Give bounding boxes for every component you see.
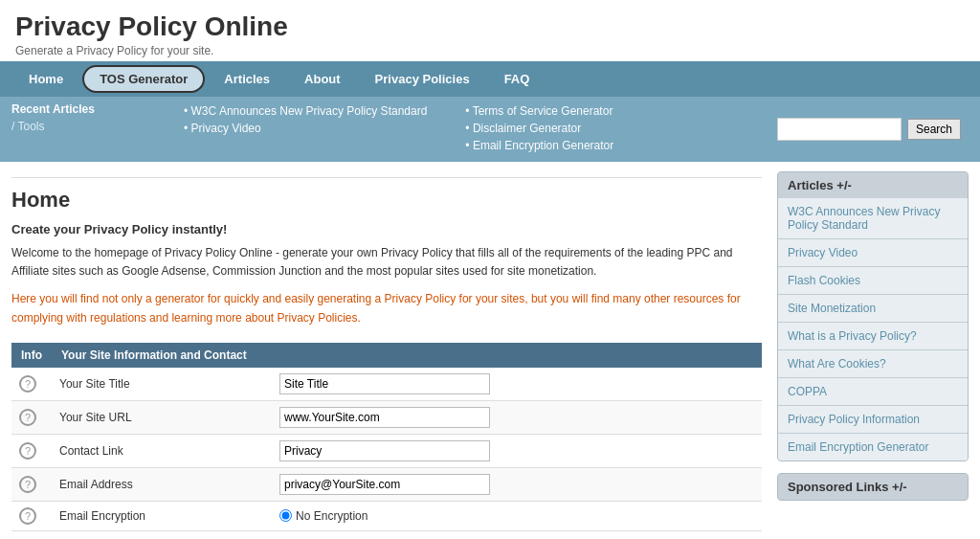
search-input[interactable] [777,118,902,141]
site-url-input[interactable] [279,407,490,428]
main-content: Home Create your Privacy Policy instantl… [11,171,762,531]
info-icon-site-url[interactable]: ? [19,409,36,426]
dropdown-bar: Recent Articles / Tools W3C Announces Ne… [0,97,980,162]
recent-articles-label: Recent Articles [11,102,184,116]
site-tagline: Generate a Privacy Policy for your site. [15,44,965,57]
content-para1: Welcome to the homepage of Privacy Polic… [11,244,762,281]
sidebar-link-email-enc-gen[interactable]: Email Encryption Generator [778,434,968,460]
dropdown-col1: W3C Announces New Privacy Policy Standar… [184,104,427,156]
nav-item-about[interactable]: About [287,61,358,97]
dropdown-col2: Terms of Service Generator Disclaimer Ge… [465,104,613,156]
nav-item-privacy-policies[interactable]: Privacy Policies [358,61,487,97]
dropdown-link-email-enc[interactable]: Email Encryption Generator [465,139,613,152]
nav-item-faq[interactable]: FAQ [487,61,547,97]
info-icon-email[interactable]: ? [19,476,36,493]
dropdown-link-privacy-video[interactable]: Privacy Video [184,122,427,135]
table-row: ? Your Site URL [11,400,762,434]
page-title: Home [11,188,762,213]
site-title-label: Your Site Title [52,368,272,401]
articles-header: Articles +/- [778,172,968,198]
contact-link-label: Contact Link [52,434,272,467]
sponsored-header: Sponsored Links +/- [778,474,968,500]
sidebar-link-what-is-privacy[interactable]: What is a Privacy Policy? [778,323,968,350]
no-encryption-radio[interactable] [279,509,292,522]
contact-link-input[interactable] [279,440,490,461]
table-row: ? Email Encryption No Encryption [11,501,762,530]
sponsored-section: Sponsored Links +/- [777,473,969,501]
sidebar: Articles +/- W3C Announces New Privacy P… [777,171,969,531]
articles-section: Articles +/- W3C Announces New Privacy P… [777,171,969,461]
search-area: Search [777,102,969,156]
site-title-input[interactable] [279,373,490,394]
sidebar-link-privacy-info[interactable]: Privacy Policy Information [778,406,968,434]
site-info-form: Info Your Site Information and Contact ?… [11,343,762,531]
sidebar-link-flash-cookies[interactable]: Flash Cookies [778,267,968,295]
nav-item-home[interactable]: Home [11,61,80,97]
info-icon-site-title[interactable]: ? [19,375,36,393]
info-icon-email-enc[interactable]: ? [19,507,36,525]
content-divider [11,177,762,178]
site-url-label: Your Site URL [52,400,272,434]
content-subtitle: Create your Privacy Policy instantly! [11,222,762,236]
dropdown-link-w3c[interactable]: W3C Announces New Privacy Policy Standar… [184,104,427,118]
no-encryption-label: No Encryption [296,509,368,523]
nav-item-tos-generator[interactable]: TOS Generator [82,65,205,93]
email-encryption-label: Email Encryption [52,501,272,530]
nav-item-articles[interactable]: Articles [207,61,287,97]
sidebar-link-what-are-cookies[interactable]: What Are Cookies? [778,350,968,378]
table-row: ? Your Site Title [11,368,762,401]
table-row: ? Email Address [11,467,762,501]
main-nav: Home TOS Generator Articles About Privac… [0,61,980,97]
content-para2: Here you will find not only a generator … [11,290,762,326]
tools-label: / Tools [11,120,184,133]
email-encryption-options: No Encryption [279,509,754,523]
email-address-input[interactable] [279,474,490,495]
sidebar-link-site-monetization[interactable]: Site Monetization [778,295,968,323]
sidebar-link-w3c[interactable]: W3C Announces New Privacy Policy Standar… [778,198,968,239]
col-info-header: Info [11,343,52,368]
dropdown-link-disclaimer[interactable]: Disclaimer Generator [465,122,613,135]
email-address-label: Email Address [52,467,272,501]
sidebar-link-privacy-video[interactable]: Privacy Video [778,239,968,267]
dropdown-link-tos[interactable]: Terms of Service Generator [465,104,613,118]
site-title: Privacy Policy Online [15,11,965,42]
info-icon-contact-link[interactable]: ? [19,442,36,460]
sidebar-link-coppa[interactable]: COPPA [778,378,968,406]
search-button[interactable]: Search [907,119,961,140]
col-details-header: Your Site Information and Contact [52,343,762,368]
table-row: ? Contact Link [11,434,762,467]
